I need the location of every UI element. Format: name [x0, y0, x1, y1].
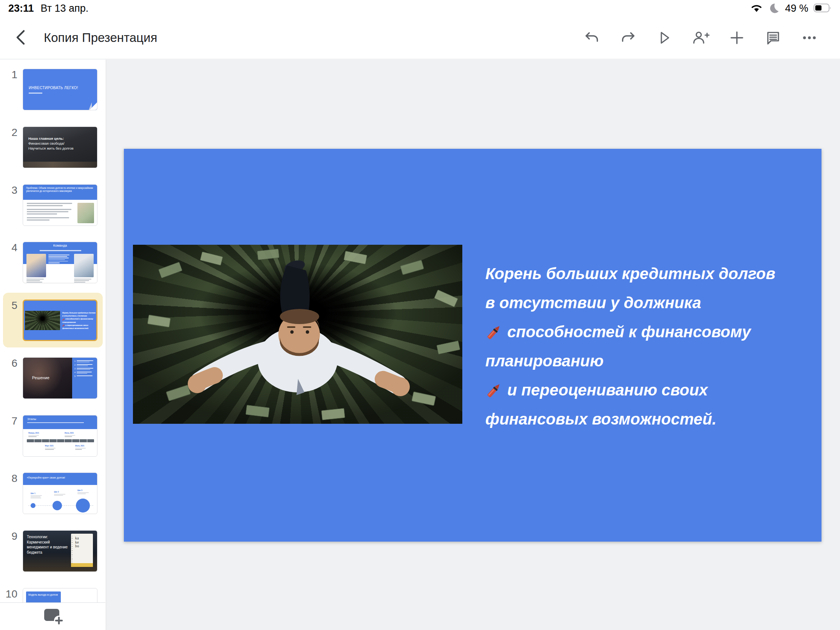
status-time: 23:11 — [8, 3, 34, 14]
ellipsis-icon — [801, 30, 818, 46]
kakebo-book: ka ke bo — [71, 534, 93, 567]
slide-number: 6 — [0, 357, 17, 369]
text-placeholder — [77, 493, 90, 494]
timeline-label: Март 2021 — [45, 445, 54, 447]
add-slide-icon — [43, 607, 63, 626]
slide-thumbnail-4[interactable]: 4 Команда — [0, 242, 105, 284]
thumb-photo: Решение — [23, 358, 73, 399]
thumb-photo — [74, 254, 94, 277]
text-placeholder — [27, 422, 84, 423]
thumb-photo — [77, 203, 94, 223]
add-slide-button[interactable] — [39, 605, 66, 628]
step-circle — [76, 499, 90, 513]
thumb-title: Технологии: Кармический менеджмент и вед… — [27, 534, 70, 555]
thumb-title: Команда — [23, 244, 97, 247]
folded-corner — [90, 103, 97, 110]
timeline-label: Июль 2021 — [75, 445, 84, 447]
slide-text-line: и переоцениванию своих — [485, 376, 775, 404]
step-label: Шаг 3 — [77, 489, 82, 491]
redo-button[interactable] — [619, 29, 637, 46]
text-placeholder — [74, 279, 94, 283]
text-placeholder — [28, 435, 39, 437]
thumb-list: 1 2 3 4 5 — [72, 358, 97, 399]
slide-thumbnail-2[interactable]: 2 Наша главная цель: Финансовая свобода/… — [0, 126, 105, 169]
crayon-icon — [485, 323, 503, 341]
current-slide[interactable]: Корень больших кредитных долгов в отсутс… — [124, 149, 821, 542]
thumb-title: Решение — [32, 376, 49, 380]
plus-icon — [729, 30, 745, 46]
editor-canvas[interactable]: Корень больших кредитных долгов в отсутс… — [106, 60, 840, 630]
slide-number: 3 — [0, 184, 17, 196]
comments-button[interactable] — [764, 29, 782, 46]
slide-thumbnail-1[interactable]: 1 ИНВЕСТИРОВАТЬ ЛЕГКО! — [0, 69, 105, 111]
timeline-label: Июнь 2021 — [65, 432, 74, 434]
share-button[interactable] — [692, 29, 709, 46]
status-date: Вт 13 апр. — [41, 3, 89, 14]
thumb-box: Модель выхода из долгов — [26, 592, 61, 602]
slide-panel: 1 ИНВЕСТИРОВАТЬ ЛЕГКО! 2 Наша главная це… — [0, 60, 106, 630]
thumb-header: «Перекройте кран» своих долгов! — [23, 473, 97, 485]
text-placeholder — [29, 93, 42, 94]
thumb-title: Этапы — [27, 417, 93, 421]
slide-thumbnail-5-selected[interactable]: 5 Корень больших кредитных долгов в отсу… — [0, 300, 105, 342]
battery-percent: 49 % — [785, 3, 808, 14]
falling-man — [188, 258, 410, 396]
back-chevron-icon — [14, 29, 27, 47]
slide-text-line: Корень больших кредитных долгов — [485, 259, 775, 288]
slide-text-block[interactable]: Корень больших кредитных долгов в отсутс… — [485, 259, 775, 434]
text-placeholder — [54, 494, 66, 496]
money-vortex-image[interactable] — [133, 245, 462, 424]
book-accent-strip — [71, 563, 93, 567]
toolbar: Копия Презентация — [0, 17, 840, 59]
back-button[interactable] — [10, 27, 31, 48]
comment-icon — [765, 30, 782, 46]
slide-thumbnail-6[interactable]: 6 Решение 1 2 3 4 5 — [0, 357, 105, 399]
slide-thumbnail-7[interactable]: 7 Этапы Январь 2021 Июнь 2021 Март 2021 — [0, 415, 105, 457]
slide-number: 1 — [0, 69, 17, 81]
thumb-header: Проблема: Объем плохих долгов по ипотеке… — [23, 185, 97, 200]
text-placeholder — [27, 279, 46, 283]
redo-icon — [620, 30, 636, 46]
status-bar: 23:11 Вт 13 апр. 49 % — [0, 0, 840, 17]
crayon-icon — [62, 324, 65, 326]
slide-text-line: планированию — [485, 346, 775, 376]
thumb-money-photo — [25, 311, 60, 330]
slide-number: 10 — [0, 588, 17, 600]
slide-number: 4 — [0, 242, 17, 254]
slide-thumbnail-3[interactable]: 3 Проблема: Объем плохих долгов по ипоте… — [0, 184, 105, 227]
slide-text-line: в отсутствии у должника — [485, 288, 775, 317]
undo-button[interactable] — [583, 29, 600, 46]
thumb-title: ИНВЕСТИРОВАТЬ ЛЕГКО! — [29, 86, 78, 90]
slide-text-line: финансовых возможностей. — [485, 404, 775, 434]
step-circle — [52, 501, 62, 510]
slide-thumbnail-8[interactable]: 8 «Перекройте кран» своих долгов! Шаг 1 … — [0, 472, 105, 515]
thumbnail-preview: Модель выхода из долгов ДИАЛОГ с близким… — [23, 588, 98, 602]
slide-thumbnail-9[interactable]: 9 Технологии: Кармический менеджмент и в… — [0, 530, 105, 573]
thumbnail-preview: «Перекройте кран» своих долгов! Шаг 1 Ша… — [23, 472, 98, 514]
crayon-icon — [485, 382, 503, 399]
present-button[interactable] — [656, 29, 673, 46]
step-label: Шаг 1 — [31, 493, 35, 494]
crayon-icon — [62, 318, 65, 320]
text-placeholder — [31, 496, 43, 498]
thumbnail-preview: Технологии: Кармический менеджмент и вед… — [23, 530, 98, 572]
wifi-icon — [750, 3, 763, 13]
slide-text-line: способностей к финансовому — [485, 317, 775, 346]
undo-icon — [584, 30, 600, 46]
slide-number: 5 — [0, 300, 17, 312]
more-button[interactable] — [801, 29, 818, 46]
do-not-disturb-moon-icon — [768, 3, 780, 14]
slide-thumbnail-10[interactable]: 10 Модель выхода из долгов ДИАЛОГ с близ… — [0, 588, 105, 602]
slide-list: 1 ИНВЕСТИРОВАТЬ ЛЕГКО! 2 Наша главная це… — [0, 60, 105, 602]
slide-number: 8 — [0, 472, 17, 485]
text-placeholder — [48, 254, 71, 263]
thumb-text: Корень больших кредитных долгов в отсутс… — [62, 312, 96, 330]
thumbnail-preview: Наша главная цель: Финансовая свобода/ Н… — [23, 126, 98, 168]
person-add-icon — [692, 30, 710, 46]
text-placeholder — [45, 448, 56, 450]
thumbnail-preview: ИНВЕСТИРОВАТЬ ЛЕГКО! — [23, 69, 98, 110]
thumb-text: Наша главная цель: Финансовая свобода/ Н… — [28, 136, 76, 151]
kakebo-label: ka ke bo — [75, 536, 79, 548]
insert-button[interactable] — [728, 29, 745, 46]
step-circle — [31, 503, 35, 508]
